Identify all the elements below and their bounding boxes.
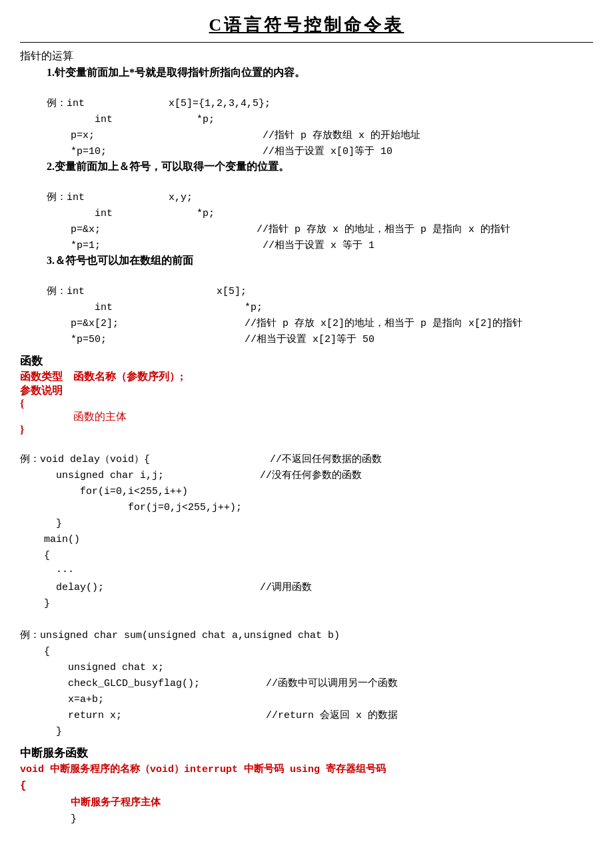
interrupt-close-brace: } bbox=[20, 811, 593, 827]
function-body-label: 函数的主体 bbox=[20, 410, 593, 424]
interrupt-signature: void 中断服务程序的名称（void）interrupt 中断号码 using… bbox=[20, 762, 593, 778]
page-title: C语言符号控制命令表 bbox=[20, 13, 593, 37]
interrupt-section-header: 中断服务函数 bbox=[20, 745, 593, 761]
func-example1: 例：void delay（void）{ //不返回任何数据的函数 unsigne… bbox=[20, 436, 593, 612]
function-section: 函数 函数类型 函数名称（参数序列）; 参数说明 { 函数的主体 } bbox=[20, 353, 593, 436]
point2-title: 2.变量前面加上＆符号，可以取得一个变量的位置。 bbox=[20, 160, 593, 174]
function-close-brace: } bbox=[20, 424, 593, 436]
function-open-brace: { bbox=[20, 398, 593, 410]
interrupt-open-brace: { bbox=[20, 778, 593, 795]
function-section-header: 函数 bbox=[20, 353, 593, 369]
function-param-label: 参数说明 bbox=[20, 384, 593, 398]
point2-code: 例：int x,y; int *p; p=&x; //指针 p 存放 x 的地址… bbox=[20, 174, 593, 254]
point1-title: 1.针变量前面加上*号就是取得指针所指向位置的内容。 bbox=[20, 66, 593, 80]
function-signature: 函数类型 函数名称（参数序列）; bbox=[20, 370, 593, 384]
func-example2: 例：unsigned char sum(unsigned chat a,unsi… bbox=[20, 612, 593, 740]
title-divider bbox=[20, 42, 593, 43]
point1-code: 例：int x[5]={1,2,3,4,5}; int *p; p=x; //指… bbox=[20, 80, 593, 160]
point3-code: 例：int x[5]; int *p; p=&x[2]; //指针 p 存放 x… bbox=[20, 268, 593, 348]
pointer-section-header: 指针的运算 bbox=[20, 49, 593, 63]
pointer-section: 指针的运算 1.针变量前面加上*号就是取得指针所指向位置的内容。 例：int x… bbox=[20, 49, 593, 348]
interrupt-body: 中断服务子程序主体 bbox=[20, 795, 593, 811]
interrupt-section: 中断服务函数 void 中断服务程序的名称（void）interrupt 中断号… bbox=[20, 745, 593, 827]
point3-title: 3.＆符号也可以加在数组的前面 bbox=[20, 254, 593, 268]
